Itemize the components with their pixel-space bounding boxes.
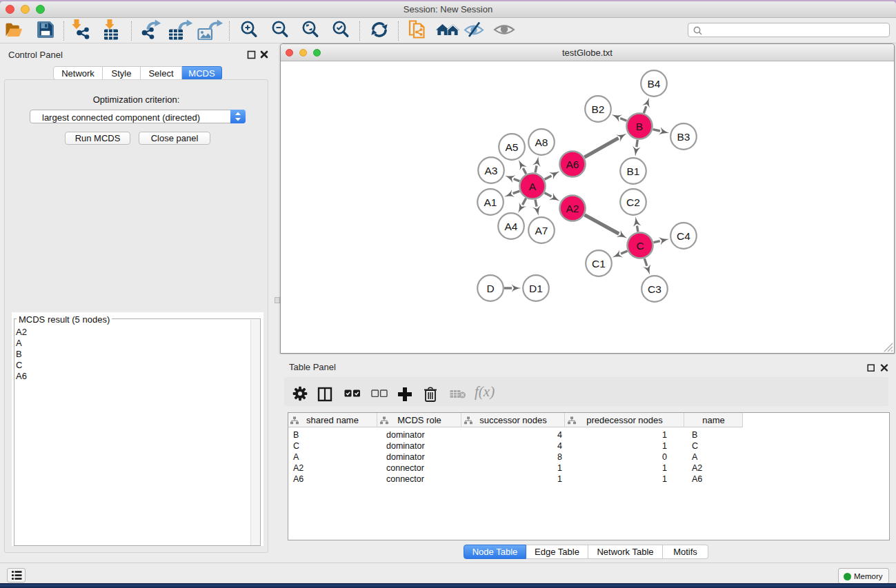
svg-text:A5: A5 <box>506 141 519 153</box>
svg-text:A4: A4 <box>505 221 518 232</box>
svg-text:A2: A2 <box>566 203 579 214</box>
svg-text:C2: C2 <box>626 196 640 208</box>
svg-text:B1: B1 <box>627 165 640 177</box>
svg-text:A3: A3 <box>485 165 498 176</box>
svg-text:A1: A1 <box>484 196 497 208</box>
svg-text:B: B <box>636 121 643 132</box>
svg-text:C3: C3 <box>648 283 661 295</box>
svg-text:A: A <box>529 181 537 192</box>
svg-text:C1: C1 <box>592 258 606 270</box>
svg-text:C: C <box>636 240 644 252</box>
svg-text:B4: B4 <box>648 78 661 90</box>
svg-text:A8: A8 <box>535 136 548 148</box>
svg-text:C4: C4 <box>677 230 690 242</box>
svg-text:A7: A7 <box>535 225 548 236</box>
svg-text:D: D <box>486 283 494 294</box>
svg-text:A6: A6 <box>566 159 579 170</box>
svg-text:D1: D1 <box>529 283 543 294</box>
svg-text:B3: B3 <box>677 131 690 143</box>
svg-text:B2: B2 <box>592 103 605 115</box>
